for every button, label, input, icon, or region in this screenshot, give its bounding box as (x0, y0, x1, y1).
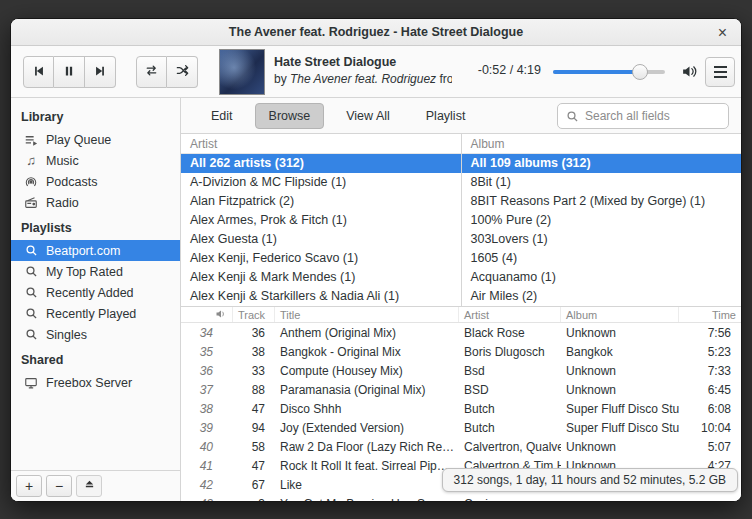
search-input[interactable] (585, 109, 720, 123)
sidebar-item-label: Singles (46, 328, 87, 342)
track-title: Raw 2 Da Floor (Lazy Rich Re… (275, 440, 459, 454)
next-button[interactable] (85, 56, 116, 88)
view-all-button[interactable]: View All (332, 103, 404, 129)
album-row[interactable]: 8Bit (1) (462, 173, 742, 192)
sidebar: Library Play Queue ♫ Music Podcasts Radi… (11, 98, 181, 501)
album-row[interactable]: 303Lovers (1) (462, 230, 742, 249)
track-row-index: 43 (181, 497, 213, 502)
track-row[interactable]: 39 94 Joy (Extended Version) Butch Super… (181, 418, 741, 437)
track-title: Compute (Housey Mix) (275, 364, 459, 378)
track-time: 7:33 (679, 364, 741, 378)
window-body: Library Play Queue ♫ Music Podcasts Radi… (11, 98, 741, 501)
main-area: Edit Browse View All Playlist Artist All… (181, 98, 741, 501)
sidebar-item-play-queue[interactable]: Play Queue (11, 129, 180, 150)
track-album: Unknown (561, 326, 679, 340)
track-row[interactable]: 38 47 Disco Shhh Butch Super Fluff Disco… (181, 399, 741, 418)
album-row[interactable]: 8BIT Reasons Part 2 (Mixed by Gorge) (1) (462, 192, 742, 211)
track-number: 58 (233, 440, 275, 454)
browse-toggle-button[interactable]: Browse (255, 103, 325, 129)
track-row[interactable]: 34 36 Anthem (Original Mix) Black Rose U… (181, 323, 741, 342)
album-column-header[interactable]: Album (561, 307, 679, 322)
artist-row[interactable]: Alex Kenji & Mark Mendes (1) (181, 268, 461, 287)
track-album: Super Fluff Disco Stuff (561, 402, 679, 416)
album-row[interactable]: 1605 (4) (462, 249, 742, 268)
track-row[interactable]: 43 3 You Got Me Burning Up - Sun… Covin (181, 494, 741, 501)
track-row[interactable]: 36 33 Compute (Housey Mix) Bsd Unknown 7… (181, 361, 741, 380)
track-title: Rock It Roll It feat. Sirreal Pip… (275, 459, 459, 473)
artist-row[interactable]: Alan Fitzpatrick (2) (181, 192, 461, 211)
track-number: 47 (233, 459, 275, 473)
player-toolbar: Hate Street Dialogue by The Avener feat.… (11, 46, 741, 98)
playing-column-header[interactable] (181, 307, 233, 322)
repeat-icon (144, 63, 159, 81)
eject-icon (83, 478, 96, 494)
sidebar-item-recently-played[interactable]: Recently Played (11, 303, 180, 324)
all-artists-row[interactable]: All 262 artists (312) (181, 154, 461, 173)
title-column-header[interactable]: Title (275, 307, 459, 322)
track-artist: Bsd (459, 364, 561, 378)
track-row-index: 37 (181, 383, 213, 397)
search-icon (24, 328, 38, 341)
track-title: Joy (Extended Version) (275, 421, 459, 435)
sidebar-item-music[interactable]: ♫ Music (11, 150, 180, 171)
sidebar-item-beatport[interactable]: Beatport.com (11, 240, 180, 261)
album-row[interactable]: 100% Pure (2) (462, 211, 742, 230)
volume-button[interactable] (677, 61, 701, 85)
artist-row[interactable]: Alex Armes, Prok & Fitch (1) (181, 211, 461, 230)
track-title: Paramanasia (Original Mix) (275, 383, 459, 397)
artist-row[interactable]: A-Divizion & MC Flipside (1) (181, 173, 461, 192)
seek-slider[interactable] (553, 70, 665, 74)
remove-playlist-button[interactable]: − (46, 475, 72, 497)
album-art (219, 49, 265, 95)
track-row-index: 36 (181, 364, 213, 378)
add-playlist-button[interactable]: + (16, 475, 42, 497)
track-artist: Calvertron, Qualver (459, 440, 561, 454)
album-row[interactable]: Air Miles (2) (462, 287, 742, 306)
track-time: 10:04 (679, 421, 741, 435)
now-playing-title: Hate Street Dialogue (274, 55, 452, 69)
search-field[interactable] (557, 103, 729, 129)
track-artist: Boris Dlugosch (459, 345, 561, 359)
shuffle-button[interactable] (167, 56, 198, 88)
track-number: 88 (233, 383, 275, 397)
sidebar-item-singles[interactable]: Singles (11, 324, 180, 345)
eject-button[interactable] (76, 475, 102, 497)
track-number: 47 (233, 402, 275, 416)
track-row-index: 35 (181, 345, 213, 359)
previous-button[interactable] (23, 56, 54, 88)
app-menu-button[interactable] (705, 57, 735, 87)
track-column-header[interactable]: Track (233, 307, 275, 322)
track-row-index: 39 (181, 421, 213, 435)
album-row[interactable]: Acquanamo (1) (462, 268, 742, 287)
sidebar-item-recently-added[interactable]: Recently Added (11, 282, 180, 303)
time-column-header[interactable]: Time (679, 307, 741, 322)
sidebar-item-my-top-rated[interactable]: My Top Rated (11, 261, 180, 282)
sidebar-section-playlists: Playlists (11, 213, 180, 240)
track-row-index: 34 (181, 326, 213, 340)
artist-row[interactable]: Alex Kenji, Federico Scavo (1) (181, 249, 461, 268)
artist-browser-column: Artist All 262 artists (312) A-Divizion … (181, 134, 461, 306)
sidebar-item-label: Recently Played (46, 307, 136, 321)
track-row[interactable]: 37 88 Paramanasia (Original Mix) BSD Unk… (181, 380, 741, 399)
edit-button[interactable]: Edit (197, 103, 247, 129)
artist-column-header[interactable]: Artist (459, 307, 561, 322)
titlebar[interactable]: The Avener feat. Rodriguez - Hate Street… (11, 19, 741, 46)
sidebar-item-freebox-server[interactable]: Freebox Server (11, 372, 180, 393)
track-artist: Butch (459, 402, 561, 416)
playlist-button[interactable]: Playlist (412, 103, 480, 129)
artist-row[interactable]: Alex Kenji & Starkillers & Nadia Ali (1) (181, 287, 461, 306)
all-albums-row[interactable]: All 109 albums (312) (462, 154, 742, 173)
sidebar-item-label: Beatport.com (46, 244, 120, 258)
artist-row[interactable]: Alex Guesta (1) (181, 230, 461, 249)
repeat-button[interactable] (136, 56, 167, 88)
track-row[interactable]: 40 58 Raw 2 Da Floor (Lazy Rich Re… Calv… (181, 437, 741, 456)
track-row[interactable]: 35 38 Bangkok - Original Mix Boris Dlugo… (181, 342, 741, 361)
pause-button[interactable] (54, 56, 85, 88)
sidebar-item-radio[interactable]: Radio (11, 192, 180, 213)
track-album: Bangkok (561, 345, 679, 359)
track-number: 94 (233, 421, 275, 435)
close-button[interactable]: × (713, 23, 732, 42)
sidebar-item-podcasts[interactable]: Podcasts (11, 171, 180, 192)
track-artist: Butch (459, 421, 561, 435)
seek-handle[interactable] (632, 64, 648, 80)
